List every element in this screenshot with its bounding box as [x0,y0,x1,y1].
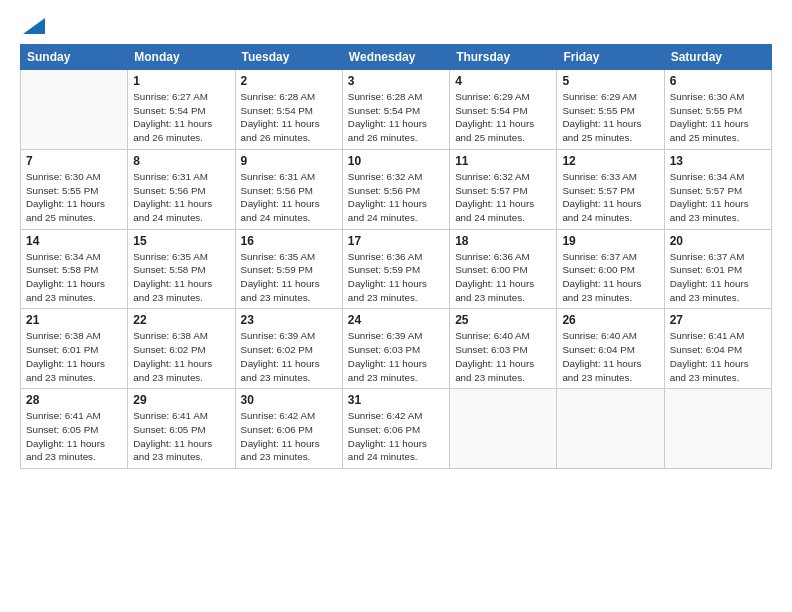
cell-date: 18 [455,234,551,248]
calendar-cell: 19Sunrise: 6:37 AMSunset: 6:00 PMDayligh… [557,229,664,309]
cell-date: 5 [562,74,658,88]
cell-info: Sunrise: 6:40 AMSunset: 6:04 PMDaylight:… [562,329,658,384]
cell-info: Sunrise: 6:30 AMSunset: 5:55 PMDaylight:… [26,170,122,225]
calendar-cell [557,389,664,469]
calendar-cell: 22Sunrise: 6:38 AMSunset: 6:02 PMDayligh… [128,309,235,389]
calendar-cell: 29Sunrise: 6:41 AMSunset: 6:05 PMDayligh… [128,389,235,469]
cell-info: Sunrise: 6:38 AMSunset: 6:01 PMDaylight:… [26,329,122,384]
calendar-cell: 26Sunrise: 6:40 AMSunset: 6:04 PMDayligh… [557,309,664,389]
cell-date: 19 [562,234,658,248]
calendar-cell: 21Sunrise: 6:38 AMSunset: 6:01 PMDayligh… [21,309,128,389]
calendar-cell: 27Sunrise: 6:41 AMSunset: 6:04 PMDayligh… [664,309,771,389]
cell-info: Sunrise: 6:29 AMSunset: 5:54 PMDaylight:… [455,90,551,145]
col-header-thursday: Thursday [450,45,557,70]
calendar-cell: 8Sunrise: 6:31 AMSunset: 5:56 PMDaylight… [128,149,235,229]
cell-info: Sunrise: 6:35 AMSunset: 5:59 PMDaylight:… [241,250,337,305]
cell-info: Sunrise: 6:37 AMSunset: 6:01 PMDaylight:… [670,250,766,305]
calendar-cell: 25Sunrise: 6:40 AMSunset: 6:03 PMDayligh… [450,309,557,389]
logo-icon [23,18,45,34]
calendar-cell: 10Sunrise: 6:32 AMSunset: 5:56 PMDayligh… [342,149,449,229]
cell-info: Sunrise: 6:36 AMSunset: 6:00 PMDaylight:… [455,250,551,305]
cell-date: 22 [133,313,229,327]
cell-info: Sunrise: 6:40 AMSunset: 6:03 PMDaylight:… [455,329,551,384]
cell-date: 29 [133,393,229,407]
cell-info: Sunrise: 6:33 AMSunset: 5:57 PMDaylight:… [562,170,658,225]
calendar-week-3: 14Sunrise: 6:34 AMSunset: 5:58 PMDayligh… [21,229,772,309]
cell-date: 28 [26,393,122,407]
logo [20,18,45,34]
calendar-cell: 1Sunrise: 6:27 AMSunset: 5:54 PMDaylight… [128,70,235,150]
calendar-cell [664,389,771,469]
calendar-cell: 4Sunrise: 6:29 AMSunset: 5:54 PMDaylight… [450,70,557,150]
calendar-cell: 9Sunrise: 6:31 AMSunset: 5:56 PMDaylight… [235,149,342,229]
cell-date: 13 [670,154,766,168]
calendar-cell: 3Sunrise: 6:28 AMSunset: 5:54 PMDaylight… [342,70,449,150]
cell-info: Sunrise: 6:41 AMSunset: 6:05 PMDaylight:… [26,409,122,464]
cell-info: Sunrise: 6:32 AMSunset: 5:57 PMDaylight:… [455,170,551,225]
cell-date: 4 [455,74,551,88]
cell-info: Sunrise: 6:41 AMSunset: 6:05 PMDaylight:… [133,409,229,464]
cell-info: Sunrise: 6:34 AMSunset: 5:58 PMDaylight:… [26,250,122,305]
calendar-cell: 2Sunrise: 6:28 AMSunset: 5:54 PMDaylight… [235,70,342,150]
cell-date: 27 [670,313,766,327]
cell-date: 1 [133,74,229,88]
calendar-cell: 12Sunrise: 6:33 AMSunset: 5:57 PMDayligh… [557,149,664,229]
cell-date: 3 [348,74,444,88]
calendar-week-5: 28Sunrise: 6:41 AMSunset: 6:05 PMDayligh… [21,389,772,469]
cell-date: 24 [348,313,444,327]
cell-info: Sunrise: 6:37 AMSunset: 6:00 PMDaylight:… [562,250,658,305]
cell-info: Sunrise: 6:31 AMSunset: 5:56 PMDaylight:… [241,170,337,225]
cell-info: Sunrise: 6:34 AMSunset: 5:57 PMDaylight:… [670,170,766,225]
calendar-cell: 28Sunrise: 6:41 AMSunset: 6:05 PMDayligh… [21,389,128,469]
cell-date: 20 [670,234,766,248]
cell-date: 6 [670,74,766,88]
calendar-cell: 18Sunrise: 6:36 AMSunset: 6:00 PMDayligh… [450,229,557,309]
cell-date: 15 [133,234,229,248]
cell-info: Sunrise: 6:36 AMSunset: 5:59 PMDaylight:… [348,250,444,305]
calendar-cell: 17Sunrise: 6:36 AMSunset: 5:59 PMDayligh… [342,229,449,309]
cell-info: Sunrise: 6:35 AMSunset: 5:58 PMDaylight:… [133,250,229,305]
cell-date: 30 [241,393,337,407]
cell-info: Sunrise: 6:39 AMSunset: 6:03 PMDaylight:… [348,329,444,384]
cell-date: 31 [348,393,444,407]
cell-date: 26 [562,313,658,327]
cell-info: Sunrise: 6:42 AMSunset: 6:06 PMDaylight:… [241,409,337,464]
calendar-cell: 13Sunrise: 6:34 AMSunset: 5:57 PMDayligh… [664,149,771,229]
page: SundayMondayTuesdayWednesdayThursdayFrid… [0,0,792,612]
calendar-cell: 11Sunrise: 6:32 AMSunset: 5:57 PMDayligh… [450,149,557,229]
calendar-cell: 31Sunrise: 6:42 AMSunset: 6:06 PMDayligh… [342,389,449,469]
cell-info: Sunrise: 6:30 AMSunset: 5:55 PMDaylight:… [670,90,766,145]
calendar-week-4: 21Sunrise: 6:38 AMSunset: 6:01 PMDayligh… [21,309,772,389]
cell-date: 11 [455,154,551,168]
calendar-cell: 5Sunrise: 6:29 AMSunset: 5:55 PMDaylight… [557,70,664,150]
cell-info: Sunrise: 6:27 AMSunset: 5:54 PMDaylight:… [133,90,229,145]
calendar-cell: 23Sunrise: 6:39 AMSunset: 6:02 PMDayligh… [235,309,342,389]
calendar-cell: 20Sunrise: 6:37 AMSunset: 6:01 PMDayligh… [664,229,771,309]
cell-info: Sunrise: 6:41 AMSunset: 6:04 PMDaylight:… [670,329,766,384]
cell-date: 12 [562,154,658,168]
cell-info: Sunrise: 6:42 AMSunset: 6:06 PMDaylight:… [348,409,444,464]
cell-info: Sunrise: 6:39 AMSunset: 6:02 PMDaylight:… [241,329,337,384]
calendar-cell: 30Sunrise: 6:42 AMSunset: 6:06 PMDayligh… [235,389,342,469]
calendar-week-2: 7Sunrise: 6:30 AMSunset: 5:55 PMDaylight… [21,149,772,229]
col-header-saturday: Saturday [664,45,771,70]
calendar-cell: 7Sunrise: 6:30 AMSunset: 5:55 PMDaylight… [21,149,128,229]
cell-info: Sunrise: 6:28 AMSunset: 5:54 PMDaylight:… [241,90,337,145]
cell-info: Sunrise: 6:38 AMSunset: 6:02 PMDaylight:… [133,329,229,384]
cell-date: 25 [455,313,551,327]
calendar-cell: 15Sunrise: 6:35 AMSunset: 5:58 PMDayligh… [128,229,235,309]
cell-date: 9 [241,154,337,168]
header [20,18,772,34]
cell-date: 17 [348,234,444,248]
col-header-wednesday: Wednesday [342,45,449,70]
cell-info: Sunrise: 6:31 AMSunset: 5:56 PMDaylight:… [133,170,229,225]
calendar-table: SundayMondayTuesdayWednesdayThursdayFrid… [20,44,772,469]
col-header-monday: Monday [128,45,235,70]
calendar-cell [450,389,557,469]
calendar-cell: 16Sunrise: 6:35 AMSunset: 5:59 PMDayligh… [235,229,342,309]
cell-date: 7 [26,154,122,168]
cell-date: 10 [348,154,444,168]
calendar-cell: 6Sunrise: 6:30 AMSunset: 5:55 PMDaylight… [664,70,771,150]
cell-date: 21 [26,313,122,327]
calendar-header-row: SundayMondayTuesdayWednesdayThursdayFrid… [21,45,772,70]
